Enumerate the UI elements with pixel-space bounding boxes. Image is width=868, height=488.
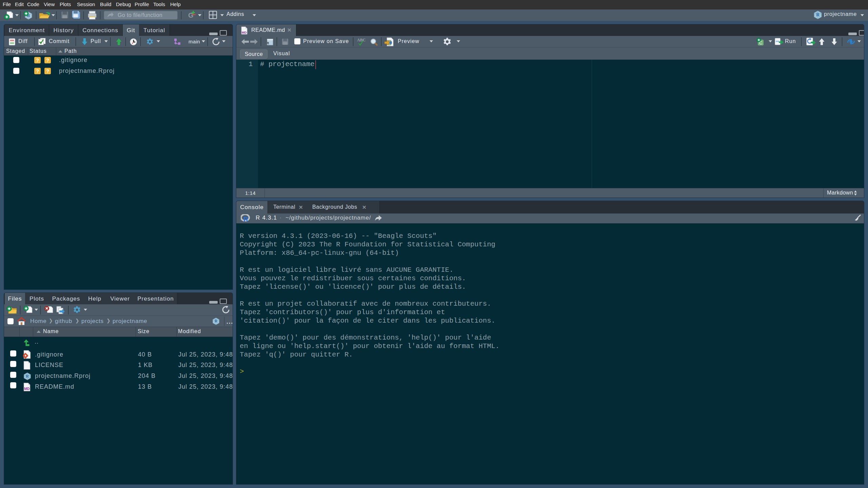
- svg-text:R: R: [816, 12, 820, 17]
- svg-text:ABC: ABC: [357, 38, 366, 42]
- svg-text:R: R: [26, 374, 29, 379]
- svg-text:MD: MD: [24, 387, 29, 391]
- svg-text:R: R: [243, 216, 249, 222]
- svg-text:MD: MD: [242, 30, 247, 34]
- svg-text:R: R: [215, 319, 218, 323]
